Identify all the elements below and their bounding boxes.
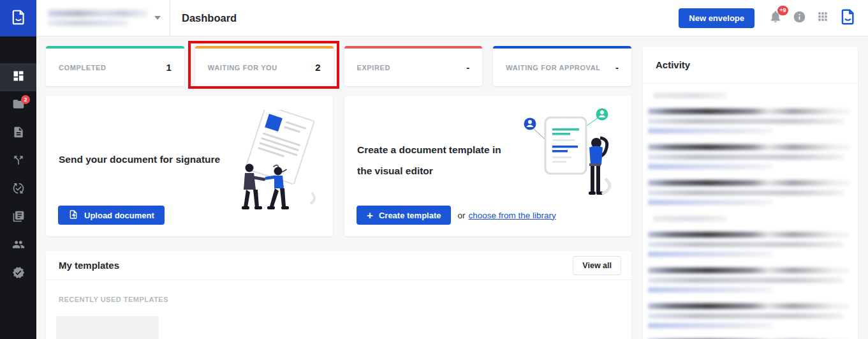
status-card-expired[interactable]: EXPIRED - (344, 46, 483, 86)
redacted-activity-entry (648, 267, 849, 292)
status-value: - (615, 62, 619, 73)
header-actions: New envelope +9 (679, 8, 868, 28)
template-thumbnail-placeholder[interactable] (56, 316, 159, 339)
create-template-label: Create template (379, 211, 441, 220)
redacted-activity-line (648, 200, 772, 205)
chevron-down-icon (154, 16, 161, 20)
status-label: EXPIRED (357, 64, 391, 72)
sync-check-icon (12, 182, 25, 197)
activity-title: Activity (656, 59, 690, 70)
status-label: COMPLETED (59, 64, 106, 72)
top-header: Dashboard New envelope +9 (36, 0, 868, 36)
info-button[interactable] (793, 10, 806, 26)
app-logo[interactable] (0, 0, 36, 36)
recently-used-templates-label: RECENTLY USED TEMPLATES (59, 296, 631, 303)
redacted-activity-line (648, 232, 849, 237)
sidebar-nav: 2 (0, 36, 36, 288)
redacted-activity-line (648, 287, 772, 292)
action-cards-row: Send your document for signature Upload … (46, 96, 631, 236)
people-icon (12, 238, 25, 253)
status-value: 1 (166, 62, 171, 73)
apps-grid-button[interactable] (816, 10, 829, 26)
redacted-activity-date (653, 93, 726, 98)
status-cards-row: COMPLETED 1 WAITING FOR YOU 2 EXPIRED - … (46, 46, 631, 86)
page-title: Dashboard (182, 12, 237, 24)
sidebar-item-contacts[interactable] (0, 232, 36, 260)
branch-split-icon (12, 154, 25, 169)
document-icon (12, 126, 25, 141)
sidebar-item-library[interactable] (0, 204, 36, 232)
redacted-activity-entry (648, 180, 849, 205)
redacted-activity-line (648, 303, 849, 309)
plus-icon: + (367, 210, 373, 221)
new-envelope-button[interactable]: New envelope (679, 8, 754, 28)
verified-badge-icon (12, 266, 25, 282)
signature-illustration (214, 110, 325, 226)
apps-grid-icon (816, 10, 829, 26)
create-template-title: Create a document template in the visual… (357, 139, 517, 181)
redacted-activity-line (648, 190, 843, 195)
dashboard-icon (12, 70, 25, 85)
redacted-activity-line (648, 242, 843, 247)
status-label: WAITING FOR APPROVAL (506, 64, 600, 72)
send-signature-card: Send your document for signature Upload … (46, 96, 333, 236)
redacted-activity-entry (648, 232, 849, 257)
info-icon (793, 10, 806, 26)
sidebar-item-workflows[interactable] (0, 147, 36, 176)
redacted-activity-entry (648, 109, 849, 133)
redacted-activity-date (653, 216, 726, 222)
document-app-button[interactable] (839, 8, 857, 28)
redacted-activity-line (648, 278, 843, 283)
sidebar-item-approvals[interactable] (0, 176, 36, 204)
workspace-selector[interactable] (36, 0, 170, 36)
redacted-activity-entry (648, 144, 849, 169)
redacted-activity-line (648, 180, 849, 186)
workspace-name-redacted (48, 10, 148, 26)
status-label: WAITING FOR YOU (208, 64, 277, 72)
view-all-button[interactable]: View all (573, 256, 621, 275)
main-content: COMPLETED 1 WAITING FOR YOU 2 EXPIRED - … (36, 36, 868, 339)
redacted-activity-line (648, 267, 849, 273)
smiling-document-icon (839, 8, 857, 28)
redacted-activity-line (648, 313, 843, 319)
redacted-activity-line (648, 144, 849, 150)
send-signature-title: Send your document for signature (59, 149, 220, 170)
redacted-activity-line (648, 128, 772, 133)
sidebar-item-documents[interactable] (0, 119, 36, 147)
redacted-activity-line (648, 164, 772, 169)
sidebar-item-dashboard[interactable] (0, 63, 36, 91)
upload-document-button[interactable]: Upload document (58, 206, 165, 225)
sidebar: 2 (0, 0, 36, 339)
sidebar-item-verified[interactable] (0, 260, 36, 288)
notification-badge: +9 (777, 6, 788, 15)
status-card-completed[interactable]: COMPLETED 1 (46, 46, 184, 86)
redacted-activity-line (648, 154, 843, 160)
status-value: - (466, 62, 469, 73)
status-value: 2 (315, 62, 320, 73)
redacted-activity-line (648, 119, 843, 124)
smiling-document-icon (10, 9, 27, 28)
my-templates-section: My templates View all RECENTLY USED TEMP… (46, 251, 631, 339)
template-illustration (517, 107, 622, 212)
status-card-waiting-for-you[interactable]: WAITING FOR YOU 2 (195, 46, 334, 86)
library-icon (12, 210, 25, 225)
sidebar-item-folders[interactable]: 2 (0, 91, 36, 119)
activity-entries (643, 84, 858, 339)
upload-file-icon (68, 209, 78, 222)
folder-badge: 2 (21, 95, 30, 104)
activity-panel: Activity (643, 47, 858, 339)
redacted-activity-line (648, 252, 772, 257)
my-templates-title: My templates (59, 260, 119, 271)
create-template-card: Create a document template in the visual… (344, 96, 631, 236)
redacted-activity-entry (648, 303, 849, 328)
redacted-activity-line (648, 323, 772, 328)
upload-document-label: Upload document (84, 211, 154, 220)
notifications-button[interactable]: +9 (769, 10, 783, 26)
status-card-waiting-for-approval[interactable]: WAITING FOR APPROVAL - (493, 46, 631, 86)
create-template-button[interactable]: + Create template (357, 206, 451, 225)
or-text: or (457, 211, 465, 220)
redacted-activity-line (648, 109, 849, 114)
